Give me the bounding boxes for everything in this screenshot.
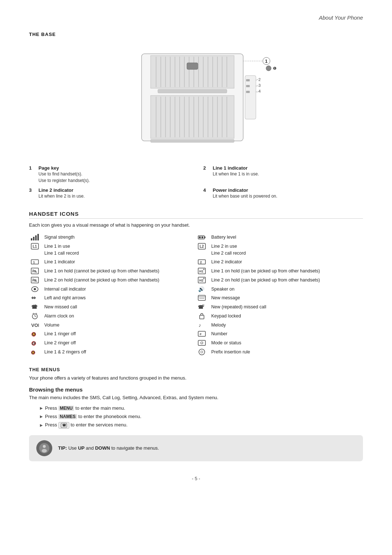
legend-item-2: 2 Line 1 indicator Lit when line 1 is in…	[203, 164, 363, 185]
ringer2off-desc: Line 2 ringer off	[44, 340, 76, 347]
speaker-desc: Speaker on	[211, 286, 234, 293]
icon-row-mode: Mode or status	[196, 339, 363, 348]
svg-text:🔇: 🔇	[31, 341, 36, 346]
svg-rect-53	[31, 238, 32, 240]
svg-rect-105	[198, 340, 205, 345]
icon-row-battery: Battery level	[196, 233, 363, 242]
svg-rect-42	[246, 85, 250, 87]
menu-key-3: ☎	[58, 422, 69, 429]
svg-text:L1: L1	[33, 244, 37, 248]
icon-row-l1ind: 1 Line 1 indicator	[29, 258, 196, 267]
svg-rect-1	[151, 56, 234, 88]
svg-line-76	[36, 313, 37, 314]
alarm-desc: Alarm clock on	[44, 313, 74, 320]
svg-rect-38	[245, 76, 256, 119]
melody-desc: Melody	[211, 322, 226, 329]
rep-missed-desc: New (repeated) missed call	[211, 304, 266, 311]
icon-row-ringer12off: 🔕 Line 1 & 2 ringers off	[29, 348, 196, 357]
internal-desc: Internal call indicator	[44, 286, 86, 293]
icon-row-prefix: Prefix insertion rule	[196, 348, 363, 357]
icon-row-keypad: Keypad locked	[196, 312, 363, 321]
legend-desc-4: Lit when base unit is powered on.	[213, 193, 277, 199]
icon-row-ringer2off: 🔇 Line 2 ringer off	[29, 339, 196, 348]
svg-text:2: 2	[258, 77, 261, 82]
svg-text:☎: ☎	[62, 424, 66, 427]
menu-bullet-3-text: Press ☎ to enter the services menu.	[45, 422, 127, 429]
tip-box: TIP: Use UP and DOWN to navigate the men…	[29, 435, 363, 461]
icon-row-internal: Internal call indicator	[29, 285, 196, 294]
svg-rect-101	[200, 315, 204, 319]
internal-icon	[29, 286, 41, 292]
icon-row-speaker: 🔊 Speaker on	[196, 285, 363, 294]
svg-text:H1: H1	[32, 270, 37, 273]
svg-point-108	[201, 351, 203, 353]
svg-text:H2: H2	[32, 279, 37, 282]
icon-row-l2ind: 2 Line 2 indicator	[196, 258, 363, 267]
tip-text: TIP: Use UP and DOWN to navigate the men…	[58, 445, 159, 451]
icon-row-rep-missed: ☎!! New (repeated) missed call	[196, 303, 363, 312]
number-desc: Number	[211, 331, 227, 337]
page-title: About Your Phone	[29, 15, 363, 21]
svg-text:VOL: VOL	[31, 323, 39, 328]
svg-rect-37	[151, 139, 234, 142]
battery-icon	[196, 234, 208, 240]
svg-text:!!: !!	[202, 304, 204, 307]
icon-row-line1: L1 Line 1 in useLine 1 call record	[29, 242, 196, 258]
icon-row-melody: ♪ Melody	[196, 321, 363, 330]
icon-row-missed: ☎! New missed call	[29, 303, 196, 312]
svg-text:L2: L2	[200, 244, 204, 248]
handset-icons-table: Signal strength L1 Line 1 in useLine 1 c…	[29, 233, 363, 357]
battery-desc: Battery level	[211, 234, 236, 241]
volume-icon: VOL	[29, 322, 41, 328]
browsing-intro: The main menu includes the SMS, Call Log…	[29, 395, 363, 400]
base-section-title: THE BASE	[29, 32, 363, 37]
svg-rect-82	[204, 236, 205, 238]
svg-line-75	[33, 313, 34, 314]
svg-rect-20	[151, 96, 234, 138]
legend-item-1: 1 Page key Use to find handset(s).Use to…	[29, 164, 189, 185]
legend-label-4: Power indicator	[213, 187, 277, 193]
l1hold-np-icon: H1	[29, 268, 41, 274]
base-legend: 1 Page key Use to find handset(s).Use to…	[29, 164, 363, 200]
svg-rect-18	[187, 63, 198, 69]
legend-num-3: 3	[29, 187, 35, 193]
icon-row-alarm: Alarm clock on	[29, 312, 196, 321]
svg-rect-84	[201, 236, 203, 238]
arrows-desc: Left and right arrows	[44, 295, 86, 301]
legend-num-4: 4	[203, 187, 209, 193]
browsing-title: Browsing the menus	[29, 386, 363, 393]
ringer12off-desc: Line 1 & 2 ringers off	[44, 349, 86, 356]
svg-text:1: 1	[265, 58, 268, 64]
icon-row-l1hold-p: H1+ Line 1 on hold (can be picked up fro…	[196, 267, 363, 276]
signal-icon	[29, 234, 41, 240]
svg-text:2: 2	[200, 260, 202, 264]
l1ind-icon: 1	[29, 259, 41, 265]
svg-text:+: +	[203, 277, 205, 280]
header-title-text: About Your Phone	[319, 15, 363, 21]
l1hold-np-desc: Line 1 on hold (cannot be picked up from…	[44, 268, 159, 275]
page-footer: - 5 -	[29, 476, 363, 481]
message-icon	[196, 295, 208, 301]
line2-icon: L2	[196, 243, 208, 250]
arrows-icon: ⇔	[29, 295, 41, 301]
base-diagram-svg: ❶ 1 2 3 4	[94, 43, 298, 155]
ringer1off-desc: Line 1 ringer off	[44, 331, 76, 337]
number-icon: #	[196, 331, 208, 337]
icon-row-message: New message	[196, 293, 363, 303]
legend-desc-2: Lit when line 1 is in use.	[213, 171, 259, 177]
menu-bullet-1: Press MENU to enter the main menu.	[40, 405, 363, 411]
svg-text:⇔: ⇔	[31, 295, 36, 301]
menus-title: THE MENUS	[29, 367, 363, 372]
tip-icon	[36, 440, 52, 456]
menu-key-1: MENU	[58, 406, 74, 411]
svg-line-50	[256, 79, 258, 80]
menu-bullet-1-text: Press MENU to enter the main menu.	[45, 405, 125, 411]
ringer2off-icon: 🔇	[29, 340, 41, 346]
legend-item-3: 3 Line 2 indicator Lit when line 2 is in…	[29, 186, 189, 200]
legend-item-4: 4 Power indicator Lit when base unit is …	[203, 186, 363, 200]
svg-rect-56	[37, 234, 39, 240]
icon-row-l2hold-p: H2+ Line 2 on hold (can be picked up fro…	[196, 276, 363, 285]
l1hold-p-desc: Line 1 on hold (can be picked up from ot…	[211, 268, 320, 275]
menu-bullet-list: Press MENU to enter the main menu. Press…	[29, 405, 363, 429]
legend-label-1: Page key	[38, 165, 90, 171]
